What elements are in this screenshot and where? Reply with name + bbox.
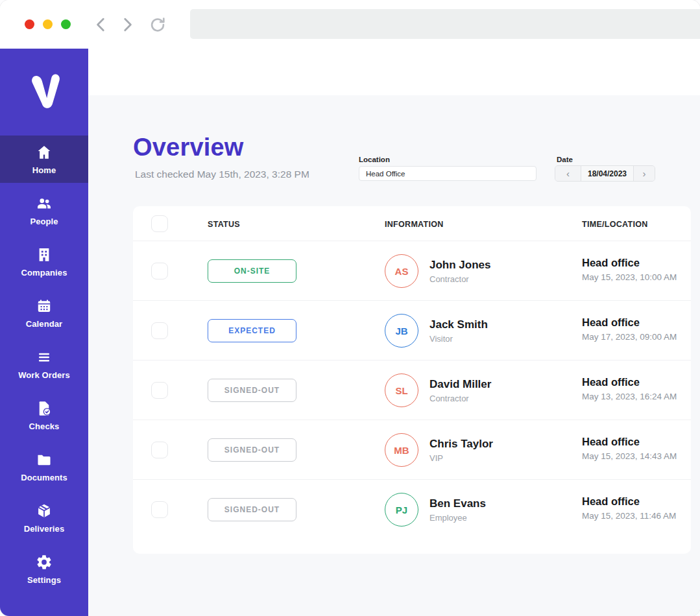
row-time: May 17, 2023, 09:00 AM [582, 332, 677, 342]
column-header-information: INFORMATION [385, 220, 444, 229]
person-name: Ben Evans [429, 497, 486, 510]
sidebar-item-label: Settings [27, 575, 61, 585]
person-name: John Jones [429, 259, 490, 272]
row-checkbox[interactable] [151, 501, 168, 518]
row-location: Head office [582, 436, 677, 448]
sidebar-item-people[interactable]: People [0, 187, 88, 234]
row-time: May 15, 2023, 11:46 AM [582, 511, 676, 521]
calendar-icon [36, 298, 53, 314]
status-badge: SIGNED-OUT [208, 498, 296, 521]
doc-check-icon [36, 400, 53, 417]
traffic-light-zoom-icon[interactable] [61, 19, 71, 29]
date-prev-button[interactable] [555, 166, 581, 181]
table-row: ON-SITE AS John Jones Contractor Head of… [133, 241, 691, 301]
traffic-light-minimize-icon[interactable] [43, 19, 53, 29]
browser-chrome [0, 0, 700, 49]
row-location: Head office [582, 376, 677, 388]
main-content: Overview Last checked May 15th, 2023, 3:… [88, 49, 700, 616]
top-strip [88, 49, 700, 95]
last-checked-text: Last checked May 15th, 2023, 3:28 PM [135, 169, 309, 180]
building-icon [36, 246, 53, 263]
traffic-light-close-icon[interactable] [25, 19, 34, 29]
sidebar-item-label: Home [32, 165, 56, 175]
table-row: SIGNED-OUT MB Chris Taylor VIP Head offi… [133, 420, 691, 480]
row-checkbox[interactable] [151, 382, 168, 399]
date-value[interactable]: 18/04/2023 [581, 166, 633, 181]
people-icon [36, 195, 53, 212]
table-header: STATUS INFORMATION TIME/LOCATION [133, 206, 691, 241]
select-all-checkbox[interactable] [151, 215, 168, 232]
forward-button[interactable] [119, 16, 136, 33]
sidebar-item-label: Calendar [26, 319, 62, 329]
url-bar[interactable] [190, 9, 700, 39]
avatar: PJ [385, 493, 418, 527]
sidebar-item-work-orders[interactable]: Work Orders [0, 340, 88, 388]
date-control: 18/04/2023 [555, 165, 655, 182]
table-row: SIGNED-OUT PJ Ben Evans Employee Head of… [133, 480, 691, 539]
person-role: Contractor [429, 274, 490, 284]
column-header-status: STATUS [208, 220, 240, 229]
row-location: Head office [582, 257, 677, 269]
sidebar-item-label: People [30, 217, 58, 226]
sidebar-item-label: Companies [21, 268, 67, 278]
sidebar-item-label: Checks [29, 421, 60, 431]
person-name: Chris Taylor [429, 438, 493, 451]
table-row: SIGNED-OUT SL David Miller Contractor He… [133, 361, 691, 420]
person-name: David Miller [429, 378, 491, 391]
sidebar-item-settings[interactable]: Settings [0, 545, 88, 593]
app-window: Home People Companies Calendar Work Orde… [0, 0, 700, 616]
person-name: Jack Smith [429, 318, 488, 331]
sidebar-item-companies[interactable]: Companies [0, 238, 88, 285]
avatar: SL [385, 373, 418, 407]
row-checkbox[interactable] [151, 322, 168, 339]
package-icon [36, 503, 53, 519]
row-time: May 15, 2023, 10:00 AM [582, 272, 677, 282]
back-button[interactable] [93, 16, 110, 33]
app-logo-icon [0, 68, 88, 111]
sidebar-item-calendar[interactable]: Calendar [0, 289, 88, 337]
person-role: Contractor [429, 394, 491, 403]
row-location: Head office [582, 316, 677, 329]
sidebar-nav: Home People Companies Calendar Work Orde… [0, 136, 88, 593]
reload-icon [149, 16, 166, 33]
sidebar-item-label: Work Orders [18, 370, 70, 380]
row-location: Head office [582, 495, 676, 508]
avatar: AS [385, 254, 418, 288]
table-row: EXPECTED JB Jack Smith Visitor Head offi… [133, 301, 691, 361]
person-role: Visitor [429, 334, 488, 344]
row-checkbox[interactable] [151, 442, 168, 458]
row-time: May 15, 2023, 14:43 AM [582, 451, 677, 461]
avatar: JB [385, 314, 418, 348]
sidebar-item-checks[interactable]: Checks [0, 392, 88, 439]
location-input[interactable] [359, 166, 537, 181]
sidebar-item-label: Deliveries [24, 524, 64, 534]
row-checkbox[interactable] [151, 263, 168, 279]
status-badge: SIGNED-OUT [208, 379, 296, 402]
sidebar: Home People Companies Calendar Work Orde… [0, 49, 88, 616]
person-role: Employee [429, 513, 486, 523]
list-icon [36, 349, 53, 366]
date-next-button[interactable] [633, 166, 655, 181]
status-badge: SIGNED-OUT [208, 438, 296, 462]
table-body: ON-SITE AS John Jones Contractor Head of… [133, 241, 691, 539]
visitor-table: STATUS INFORMATION TIME/LOCATION ON-SITE… [133, 206, 691, 554]
date-label: Date [557, 156, 573, 163]
chevron-left-icon [93, 16, 110, 33]
gear-icon [36, 554, 53, 571]
folder-icon [36, 451, 53, 468]
page-title: Overview [133, 134, 244, 161]
person-role: VIP [429, 453, 493, 463]
row-time: May 13, 2023, 16:24 AM [582, 392, 677, 401]
chevron-right-icon [119, 16, 136, 33]
sidebar-item-documents[interactable]: Documents [0, 443, 88, 490]
status-badge: ON-SITE [208, 259, 296, 283]
reload-button[interactable] [149, 16, 166, 33]
home-icon [36, 144, 53, 161]
location-label: Location [359, 156, 390, 163]
status-badge: EXPECTED [208, 319, 296, 342]
sidebar-item-home[interactable]: Home [0, 136, 88, 183]
sidebar-item-label: Documents [21, 473, 67, 482]
column-header-time-location: TIME/LOCATION [582, 220, 648, 229]
sidebar-item-deliveries[interactable]: Deliveries [0, 494, 88, 541]
avatar: MB [385, 433, 418, 467]
